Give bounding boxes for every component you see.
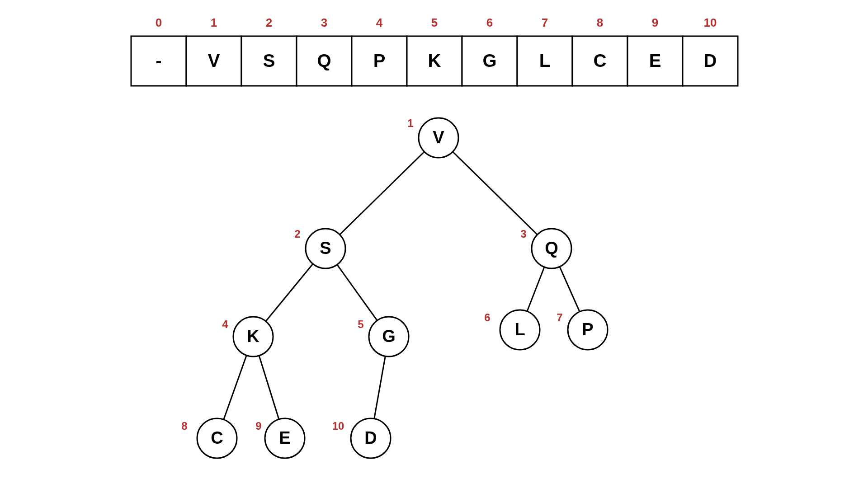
tree-node-label: K (247, 327, 259, 346)
array-group: 0-1V2S3Q4P5K6G7L8C9E10D (131, 16, 738, 86)
array-cell-value: V (208, 51, 220, 70)
tree-edge (527, 267, 544, 311)
array-index: 0 (156, 16, 162, 29)
tree-edge (224, 355, 247, 419)
tree-node-index: 9 (255, 420, 261, 432)
array-index: 2 (266, 16, 272, 29)
tree-node-index: 3 (520, 228, 526, 240)
tree-node-label: P (582, 320, 593, 339)
array-index: 7 (542, 16, 548, 29)
tree-node-label: G (382, 327, 396, 346)
tree-edge (259, 356, 279, 419)
tree-node-index: 7 (557, 311, 562, 324)
array-index: 3 (321, 16, 327, 29)
tree-node-label: C (211, 428, 223, 447)
array-cell-value: P (373, 51, 386, 70)
array-index: 10 (704, 16, 717, 29)
tree-node-label: E (279, 428, 290, 447)
array-cell-value: E (649, 51, 661, 70)
tree-node-index: 8 (181, 420, 187, 432)
tree-node-label: S (320, 239, 331, 258)
tree-node-index: 4 (222, 318, 228, 330)
tree-edge (560, 267, 580, 312)
tree-edge (374, 356, 386, 418)
array-cell-value: G (482, 51, 496, 70)
tree-edge (337, 265, 377, 321)
array-cell-value: C (594, 51, 607, 70)
tree-edges (224, 152, 580, 420)
tree-node-label: D (364, 428, 377, 447)
array-index: 1 (211, 16, 217, 29)
array-cell-value: Q (317, 51, 331, 70)
tree-node-index: 1 (407, 117, 413, 129)
tree-edge (453, 152, 537, 235)
diagram-canvas: 0-1V2S3Q4P5K6G7L8C9E10DV1S2Q3K4G5L6P7C8E… (0, 0, 868, 488)
tree-edge (266, 264, 313, 321)
array-index: 5 (431, 16, 438, 29)
array-index: 4 (376, 16, 383, 29)
tree-edge (340, 152, 424, 235)
tree-node-index: 10 (332, 420, 344, 432)
tree-node-index: 6 (484, 311, 490, 324)
tree-node-label: V (433, 128, 444, 147)
tree-node-index: 5 (358, 318, 363, 330)
array-index: 9 (652, 16, 658, 29)
array-cell-value: S (263, 51, 275, 70)
array-cell-value: - (156, 51, 161, 70)
tree-node-label: L (514, 320, 525, 339)
tree-node-label: Q (545, 239, 558, 258)
array-index: 6 (486, 16, 493, 29)
tree-node-index: 2 (294, 228, 300, 240)
tree-nodes: V1S2Q3K4G5L6P7C8E9D10 (181, 117, 608, 458)
array-cell-value: D (704, 51, 717, 70)
array-index: 8 (597, 16, 603, 29)
array-cell-value: L (539, 51, 550, 70)
array-cell-value: K (428, 51, 441, 70)
